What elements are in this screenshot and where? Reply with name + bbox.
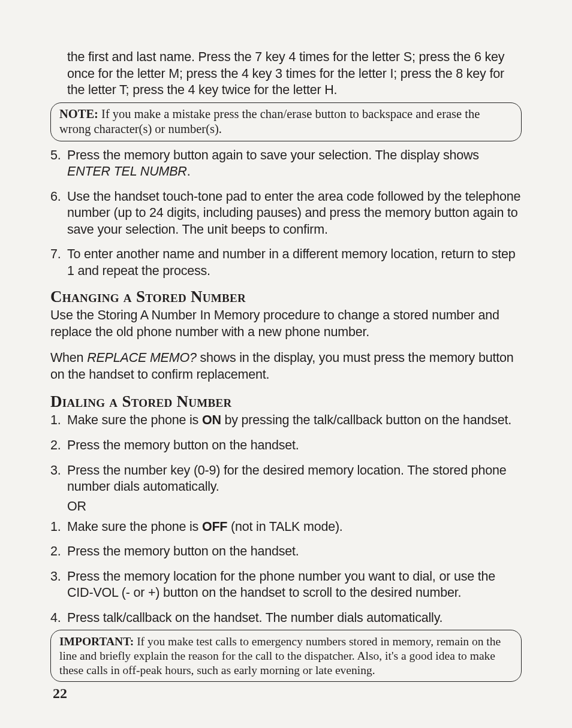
step-body: Press talk/callback on the handset. The … bbox=[67, 610, 522, 627]
step-text-italic: ENTER TEL NUMBR bbox=[67, 164, 187, 179]
step-7: 7. To enter another name and number in a… bbox=[50, 246, 522, 279]
step-text-pre: To enter another name and number in a di… bbox=[67, 247, 515, 278]
step-b3: 3. Press the number key (0-9) for the de… bbox=[50, 463, 522, 496]
step-number: 3. bbox=[50, 463, 67, 496]
step-text-pre: Press the memory location for the phone … bbox=[67, 569, 495, 600]
step-body: Press the number key (0-9) for the desir… bbox=[67, 463, 522, 496]
step-number: 2. bbox=[50, 437, 67, 454]
step-text-post: . bbox=[187, 164, 191, 179]
step-body: Press the memory button again to save yo… bbox=[67, 147, 522, 180]
step-text-bold: OFF bbox=[202, 519, 227, 534]
step-number: 6. bbox=[50, 189, 67, 238]
step-number: 3. bbox=[50, 569, 67, 602]
step-text-pre: Press the memory button again to save yo… bbox=[67, 148, 479, 162]
para-changing: Use the Storing A Number In Memory proce… bbox=[50, 307, 522, 340]
or-separator: OR bbox=[67, 499, 522, 514]
para-replace-memo: When REPLACE MEMO? shows in the display,… bbox=[50, 350, 522, 383]
page-number: 22 bbox=[53, 685, 67, 702]
step-body: Press the memory button on the handset. bbox=[67, 437, 522, 454]
step-b2: 2. Press the memory button on the handse… bbox=[50, 437, 522, 454]
heading-changing-stored-number: Changing a Stored Number bbox=[50, 288, 522, 306]
step-number: 1. bbox=[50, 519, 67, 536]
steps-list-b: 1. Make sure the phone is ON by pressing… bbox=[50, 412, 522, 495]
text-italic: REPLACE MEMO? bbox=[87, 351, 197, 365]
step-text-post: (not in TALK mode). bbox=[227, 519, 342, 534]
steps-list-c: 1. Make sure the phone is OFF (not in TA… bbox=[50, 519, 522, 627]
step-number: 2. bbox=[50, 543, 67, 560]
step-c3: 3. Press the memory location for the pho… bbox=[50, 569, 522, 602]
step-body: To enter another name and number in a di… bbox=[67, 246, 522, 279]
step-c2: 2. Press the memory button on the handse… bbox=[50, 543, 522, 560]
step-c4: 4. Press talk/callback on the handset. T… bbox=[50, 610, 522, 627]
step-text-pre: Press the number key (0-9) for the desir… bbox=[67, 463, 507, 494]
steps-list-a: 5. Press the memory button again to save… bbox=[50, 147, 522, 280]
step-number: 1. bbox=[50, 412, 67, 429]
step-body: Press the memory button on the handset. bbox=[67, 543, 522, 560]
step-text-pre: Make sure the phone is bbox=[67, 519, 202, 534]
heading-dialing-stored-number: Dialing a Stored Number bbox=[50, 392, 522, 411]
step-b1: 1. Make sure the phone is ON by pressing… bbox=[50, 412, 522, 429]
text-pre: When bbox=[50, 351, 87, 365]
step-5: 5. Press the memory button again to save… bbox=[50, 147, 522, 180]
step-text-pre: Press talk/callback on the handset. The … bbox=[67, 611, 442, 625]
step-text-pre: Use the handset touch-tone pad to enter … bbox=[67, 189, 520, 237]
step-body: Make sure the phone is ON by pressing th… bbox=[67, 412, 522, 429]
step-number: 5. bbox=[50, 147, 67, 180]
important-box: IMPORTANT: If you make test calls to eme… bbox=[50, 630, 522, 682]
step-c1: 1. Make sure the phone is OFF (not in TA… bbox=[50, 519, 522, 536]
step-body: Make sure the phone is OFF (not in TALK … bbox=[67, 519, 522, 536]
note-label: NOTE: bbox=[59, 107, 98, 120]
continuation-text: the first and last name. Press the 7 key… bbox=[67, 49, 522, 99]
step-6: 6. Use the handset touch-tone pad to ent… bbox=[50, 189, 522, 238]
step-body: Use the handset touch-tone pad to enter … bbox=[67, 189, 522, 238]
step-number: 4. bbox=[50, 610, 67, 627]
step-body: Press the memory location for the phone … bbox=[67, 569, 522, 602]
step-number: 7. bbox=[50, 246, 67, 279]
step-text-pre: Make sure the phone is bbox=[67, 413, 202, 427]
note-box: NOTE: If you make a mistake press the ch… bbox=[50, 102, 522, 141]
step-text-pre: Press the memory button on the handset. bbox=[67, 438, 299, 452]
step-text-bold: ON bbox=[202, 413, 221, 427]
note-text: If you make a mistake press the chan/era… bbox=[59, 107, 480, 136]
step-text-post: by pressing the talk/callback button on … bbox=[221, 413, 511, 427]
step-text-pre: Press the memory button on the handset. bbox=[67, 544, 299, 558]
important-label: IMPORTANT: bbox=[59, 635, 134, 648]
